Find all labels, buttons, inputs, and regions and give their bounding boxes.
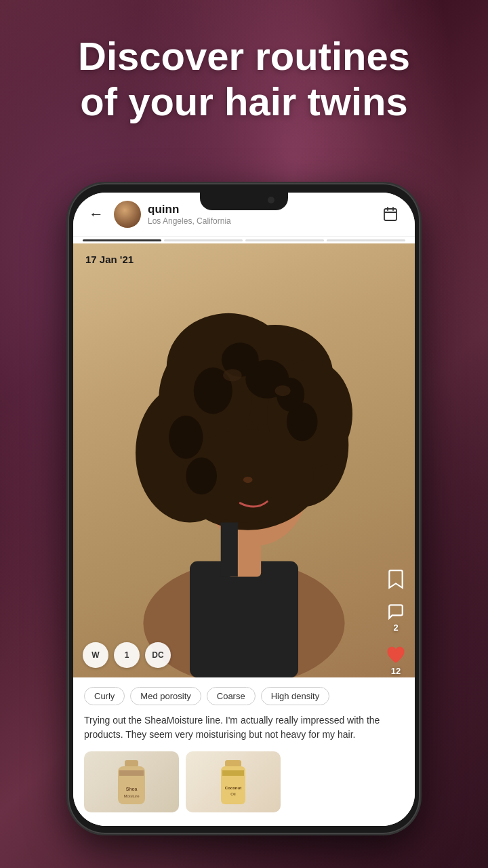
headline-line1: Discover routines xyxy=(78,34,410,78)
avatar xyxy=(114,201,141,228)
svg-rect-33 xyxy=(225,760,241,767)
svg-text:Shea: Shea xyxy=(126,787,138,791)
progress-bar-4 xyxy=(327,239,405,241)
svg-point-25 xyxy=(275,385,291,396)
bookmark-icon xyxy=(387,569,405,589)
headline-section: Discover routines of your hair twins xyxy=(0,34,488,124)
bottom-content: Curly Med porosity Coarse High density T… xyxy=(73,677,415,826)
product-thumb-1[interactable]: Shea Moisture xyxy=(84,751,179,812)
back-arrow-icon: ← xyxy=(89,205,104,223)
svg-point-19 xyxy=(169,416,203,459)
svg-text:Moisture: Moisture xyxy=(123,794,140,798)
badge-dc: DC xyxy=(145,642,171,668)
badge-w: W xyxy=(83,642,108,668)
phone-frame: ← quinn Los Angeles, California xyxy=(68,183,420,834)
tags-row: Curly Med porosity Coarse High density xyxy=(84,687,404,705)
svg-point-27 xyxy=(243,477,253,483)
back-button[interactable]: ← xyxy=(85,203,107,225)
photo-area: 17 Jan '21 xyxy=(73,243,415,677)
comment-button[interactable]: 2 xyxy=(387,603,405,633)
user-location: Los Angeles, California xyxy=(148,216,378,226)
progress-bar-3 xyxy=(245,239,324,241)
comment-count: 2 xyxy=(393,623,398,633)
phone-notch xyxy=(200,191,288,210)
progress-bars xyxy=(73,237,415,243)
svg-rect-35 xyxy=(222,770,244,776)
description-text: Trying out the SheaMoisture line. I'm ac… xyxy=(84,713,404,742)
like-count: 12 xyxy=(391,666,401,676)
badge-1: 1 xyxy=(114,642,140,668)
photo-badges: W 1 DC xyxy=(83,642,171,668)
svg-point-24 xyxy=(223,369,241,381)
svg-rect-30 xyxy=(119,770,144,776)
tag-coarse[interactable]: Coarse xyxy=(207,687,256,705)
products-row: Shea Moisture Coconut Oil xyxy=(84,751,404,812)
like-button[interactable]: 12 xyxy=(386,646,405,676)
headline-text: Discover routines of your hair twins xyxy=(27,34,461,124)
tag-med-porosity[interactable]: Med porosity xyxy=(130,687,201,705)
svg-rect-0 xyxy=(384,209,396,220)
calendar-button[interactable] xyxy=(378,202,403,226)
svg-rect-28 xyxy=(125,760,138,767)
calendar-icon xyxy=(382,206,399,222)
svg-rect-26 xyxy=(221,522,238,576)
photo-background: 17 Jan '21 xyxy=(73,243,415,677)
date-label: 17 Jan '21 xyxy=(85,254,134,265)
phone-screen: ← quinn Los Angeles, California xyxy=(73,193,415,826)
progress-bar-2 xyxy=(164,239,243,241)
product-thumb-2[interactable]: Coconut Oil xyxy=(186,751,281,812)
svg-text:Coconut: Coconut xyxy=(225,786,241,790)
side-actions: 2 12 xyxy=(386,569,405,676)
person-illustration xyxy=(73,243,415,677)
heart-icon xyxy=(386,646,405,664)
product-bottle-1: Shea Moisture xyxy=(111,757,152,808)
progress-bar-1 xyxy=(83,239,161,241)
avatar-image xyxy=(114,201,141,228)
tag-curly[interactable]: Curly xyxy=(84,687,125,705)
phone-mockup: ← quinn Los Angeles, California xyxy=(68,183,420,834)
headline-line2: of your hair twins xyxy=(80,79,407,123)
svg-point-23 xyxy=(186,457,217,494)
svg-text:Oil: Oil xyxy=(230,792,235,796)
tag-high-density[interactable]: High density xyxy=(261,687,330,705)
svg-rect-5 xyxy=(190,561,298,677)
bookmark-button[interactable] xyxy=(387,569,405,589)
product-bottle-2: Coconut Oil xyxy=(213,757,253,808)
comment-icon xyxy=(387,603,405,620)
